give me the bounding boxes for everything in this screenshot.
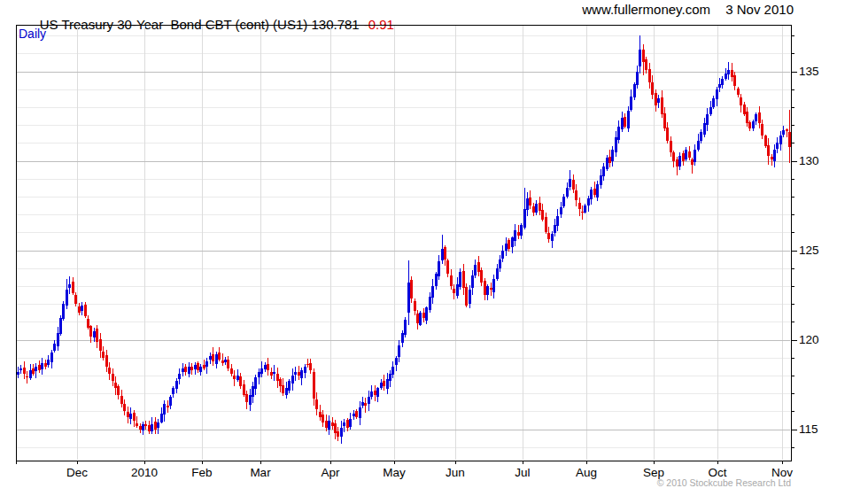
down-candle-body xyxy=(108,368,111,374)
up-candle-body xyxy=(254,377,257,389)
up-candle-body xyxy=(50,353,53,362)
up-candle-body xyxy=(560,207,562,214)
down-candle-body xyxy=(364,403,367,407)
up-candle-body xyxy=(370,391,373,397)
up-candle-body xyxy=(199,367,202,372)
down-candle-body xyxy=(733,75,736,86)
up-candle-body xyxy=(556,216,559,226)
up-candle-body xyxy=(709,107,712,114)
down-candle-body xyxy=(144,424,147,426)
down-candle-body xyxy=(682,153,685,160)
down-candle-body xyxy=(480,270,483,283)
up-candle-body xyxy=(300,370,303,378)
up-candle-body xyxy=(617,127,620,140)
up-candle-body xyxy=(755,114,757,121)
down-candle-body xyxy=(334,423,337,433)
up-candle-body xyxy=(584,205,586,213)
down-candle-body xyxy=(197,363,199,370)
down-candle-body xyxy=(593,189,596,195)
down-candle-body xyxy=(23,368,26,374)
down-candle-body xyxy=(267,364,269,370)
down-candle-body xyxy=(465,287,468,306)
down-candle-body xyxy=(127,412,129,417)
up-candle-body xyxy=(343,422,345,427)
down-candle-body xyxy=(663,113,666,128)
up-candle-body xyxy=(435,274,438,286)
down-candle-body xyxy=(666,128,669,141)
up-candle-body xyxy=(236,376,239,380)
down-candle-body xyxy=(786,129,788,130)
down-candle-body xyxy=(691,159,694,165)
up-candle-body xyxy=(425,307,428,321)
up-candle-body xyxy=(349,419,352,427)
up-candle-body xyxy=(678,156,681,167)
up-candle-body xyxy=(17,372,19,375)
y-axis-labels: 115120125130135 xyxy=(799,65,819,436)
down-candle-body xyxy=(746,112,748,123)
up-candle-body xyxy=(615,137,617,151)
down-candle-body xyxy=(120,396,123,404)
up-candle-body xyxy=(353,414,355,416)
up-candle-body xyxy=(630,97,632,110)
down-candle-body xyxy=(575,190,577,200)
down-candle-body xyxy=(539,203,541,212)
y-axis-label: 130 xyxy=(799,154,819,167)
up-candle-body xyxy=(175,381,178,389)
up-candle-body xyxy=(657,98,660,103)
down-candle-body xyxy=(547,233,550,240)
down-candle-body xyxy=(313,372,315,399)
up-candle-body xyxy=(501,251,504,259)
up-candle-body xyxy=(401,333,404,344)
down-candle-body xyxy=(32,368,35,374)
up-candle-body xyxy=(361,402,364,405)
up-candle-body xyxy=(469,290,471,304)
down-candle-body xyxy=(676,159,678,167)
minor-gridlines xyxy=(17,36,790,448)
up-candle-body xyxy=(260,368,263,375)
up-candle-body xyxy=(129,414,132,420)
down-candle-body xyxy=(444,247,446,260)
up-candle-body xyxy=(304,367,306,373)
down-candle-body xyxy=(325,421,328,428)
down-candle-body xyxy=(279,379,282,386)
down-candle-body xyxy=(218,353,221,360)
down-candle-body xyxy=(581,212,584,213)
down-candle-body xyxy=(139,426,142,430)
down-candle-body xyxy=(136,423,138,426)
up-candle-body xyxy=(700,132,702,141)
down-candle-body xyxy=(624,117,626,127)
down-candle-body xyxy=(230,368,233,374)
down-candle-body xyxy=(148,425,151,431)
down-candle-body xyxy=(688,151,691,158)
up-candle-body xyxy=(376,388,379,397)
up-candle-body xyxy=(386,379,389,389)
down-candle-body xyxy=(114,383,117,388)
up-candle-body xyxy=(441,249,444,261)
down-candle-body xyxy=(306,364,309,365)
up-candle-body xyxy=(627,111,630,128)
down-candle-body xyxy=(298,372,300,376)
up-candle-body xyxy=(639,50,641,66)
up-candle-body xyxy=(725,74,727,79)
up-candle-body xyxy=(258,372,260,377)
up-candle-body xyxy=(194,365,197,369)
down-candle-body xyxy=(72,282,74,293)
up-candle-body xyxy=(526,198,529,210)
down-candle-body xyxy=(346,420,349,428)
plot-border xyxy=(17,26,792,461)
down-candle-body xyxy=(154,422,157,430)
up-candle-body xyxy=(328,421,330,430)
down-candle-body xyxy=(740,97,742,105)
up-candle-body xyxy=(93,331,96,337)
up-candle-body xyxy=(215,354,218,364)
up-candle-body xyxy=(505,244,508,251)
y-axis-label: 125 xyxy=(799,244,819,257)
down-candle-body xyxy=(508,240,510,248)
up-candle-body xyxy=(368,397,370,404)
down-candle-body xyxy=(645,59,647,69)
down-candle-body xyxy=(78,306,81,313)
x-axis-label: May xyxy=(383,466,406,479)
down-candle-body xyxy=(416,314,419,323)
down-candle-body xyxy=(96,329,98,342)
up-candle-body xyxy=(35,367,37,371)
